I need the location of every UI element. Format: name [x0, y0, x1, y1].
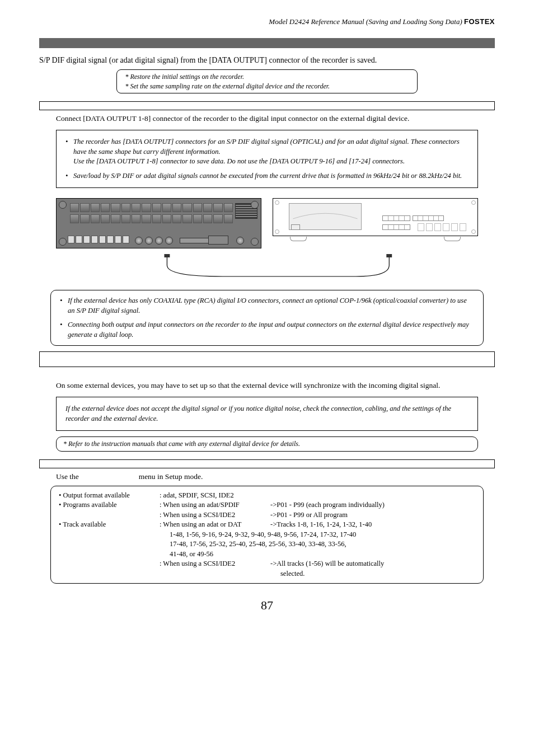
- settings-box: • Output format available : adat, SPDIF,…: [50, 486, 484, 584]
- section-bar-3: [39, 459, 495, 468]
- page-header: Model D2424 Reference Manual (Saving and…: [39, 17, 495, 27]
- row-programs-label: • Programs available: [59, 500, 160, 510]
- refer-manual-note: * Refer to the instruction manuals that …: [56, 436, 478, 452]
- external-device-illustration: [273, 198, 478, 236]
- brand-logo: FOSTEX: [464, 17, 495, 26]
- row-track-scsi-val2: selected.: [270, 569, 475, 579]
- row-programs-adat: : When using an adat/SPDIF: [160, 500, 270, 510]
- svg-rect-1: [386, 254, 392, 257]
- section-bar-1: [39, 101, 495, 110]
- recorder-device-illustration: [56, 198, 261, 248]
- row-track-label: • Track available: [59, 520, 160, 530]
- svg-rect-0: [164, 254, 170, 257]
- restore-note-box: * Restore the initial settings on the re…: [116, 69, 417, 94]
- note-item-1: The recorder has [DATA OUTPUT] connector…: [65, 137, 469, 167]
- row-track-scsi-val: ->All tracks (1-56) will be automaticall…: [270, 559, 475, 569]
- coax-note-1: If the external device has only COAXIAL …: [60, 296, 474, 316]
- connect-text: Connect [DATA OUTPUT 1-8] connector of t…: [56, 114, 478, 124]
- header-title: Model D2424 Reference Manual (Saving and…: [269, 17, 462, 26]
- coax-note-2: Connecting both output and input connect…: [60, 320, 474, 340]
- restore-line-1: * Restore the initial settings on the re…: [125, 72, 409, 82]
- row-track-adat-val: ->Tracks 1-8, 1-16, 1-24, 1-32, 1-40: [270, 520, 475, 530]
- row-output-format-label: • Output format available: [59, 491, 160, 501]
- row-programs-adat-val: ->P01 - P99 (each program individually): [270, 500, 475, 510]
- device-diagram: [56, 198, 478, 248]
- row-track-scsi: : When using a SCSI/IDE2: [160, 559, 270, 569]
- setup-mode-line: Use the menu in Setup mode.: [56, 472, 478, 482]
- row-track-line2: 1-48, 1-56, 9-16, 9-24, 9-32, 9-40, 9-48…: [170, 530, 356, 540]
- section-bar-2: [39, 351, 495, 367]
- cable-illustration: [56, 254, 478, 282]
- row-programs-scsi-val: ->P01 - P99 or All program: [270, 510, 475, 520]
- page-number: 87: [39, 597, 495, 614]
- row-output-format-value: : adat, SPDIF, SCSI, IDE2: [160, 491, 270, 501]
- row-programs-scsi: : When using a SCSI/IDE2: [160, 510, 270, 520]
- title-bar: [39, 38, 495, 48]
- sync-text: On some external devices, you may have t…: [56, 381, 478, 391]
- row-track-adat: : When using an adat or DAT: [160, 520, 270, 530]
- signal-check-note: If the external device does not accept t…: [56, 397, 478, 431]
- row-track-line3: 17-48, 17-56, 25-32, 25-40, 25-48, 25-56…: [170, 539, 346, 550]
- connector-note-box: The recorder has [DATA OUTPUT] connector…: [56, 130, 478, 188]
- row-track-line4: 41-48, or 49-56: [170, 550, 213, 560]
- note-item-2: Save/load by S/P DIF or adat digital sig…: [65, 171, 469, 181]
- restore-line-2: * Set the same sampling rate on the exte…: [125, 82, 409, 91]
- intro-text: S/P DIF digital signal (or adat digital …: [39, 55, 495, 66]
- coaxial-note-box: If the external device has only COAXIAL …: [50, 290, 484, 346]
